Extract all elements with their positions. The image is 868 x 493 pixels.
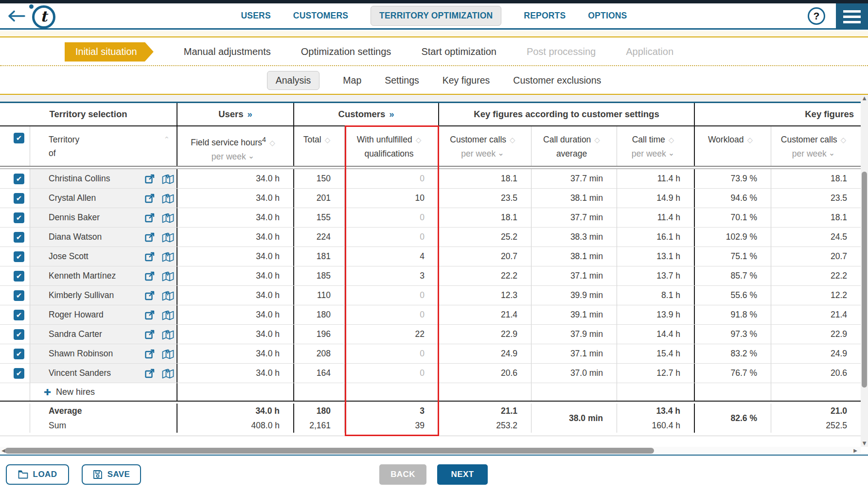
show-on-map-icon[interactable] [162,232,174,243]
show-on-map-icon[interactable] [162,290,174,301]
step-manual-adjustments[interactable]: Manual adjustments [184,46,271,57]
open-territory-icon[interactable] [144,174,155,184]
sort-territory-icon[interactable]: ⌃ [163,133,170,146]
tab-customer-exclusions[interactable]: Customer exclusions [513,75,601,86]
col-field-service-hours: Field service hours4◇ per week⌄ [177,126,294,166]
scroll-up-icon[interactable]: ▲ [861,95,868,102]
vertical-scrollbar-thumb[interactable] [862,172,867,387]
open-territory-icon[interactable] [144,193,155,204]
sort-icon[interactable]: ◇ [747,136,753,144]
sort-icon[interactable]: ◇ [269,139,275,147]
horizontal-scrollbar-thumb[interactable] [5,448,654,454]
tab-key-figures[interactable]: Key figures [443,75,490,86]
nav-item-customers[interactable]: CUSTOMERS [293,11,348,21]
call-time-cell: 11.4 h [617,208,695,227]
sub-tabs: Analysis Map Settings Key figures Custom… [0,67,868,94]
territory-checkbox[interactable]: ✔ [14,310,24,320]
total-customers-cell: 208 [294,344,345,363]
help-icon[interactable]: ? [808,7,825,25]
show-on-map-icon[interactable] [162,271,174,282]
col-total: Total◇ [294,126,345,166]
nav-item-options[interactable]: OPTIONS [588,11,627,21]
open-territory-icon[interactable] [144,251,155,262]
step-initial-situation[interactable]: Initial situation [65,42,154,62]
open-territory-icon[interactable] [144,271,155,282]
territory-optimization-screen: t USERS CUSTOMERS TERRITORY OPTIMIZATION… [0,0,868,493]
vertical-scrollbar[interactable]: ▲ ▼ [861,95,868,447]
tab-analysis[interactable]: Analysis [267,71,320,90]
field-service-hours-cell: 34.0 h [177,228,294,246]
territory-checkbox[interactable]: ✔ [14,329,24,340]
sort-icon[interactable]: ◇ [594,136,600,144]
customer-calls-kf-cell: 22.9 [771,325,861,344]
folder-icon [18,470,28,479]
save-button[interactable]: SAVE [82,464,141,485]
select-all-checkbox[interactable]: ✔ [14,133,24,143]
load-button[interactable]: LOAD [6,464,69,485]
call-duration-cell: 37.7 min [531,169,617,188]
group-territory-selection: Territory selection [0,103,177,125]
customer-calls-cell: 22.9 [439,325,531,344]
field-service-hours-cell: 34.0 h [177,344,294,363]
sort-icon[interactable]: ◇ [669,136,674,144]
horizontal-scrollbar[interactable]: ◀ ▶ [0,447,861,455]
dropdown-icon: ⌄ [497,148,504,158]
table-body: ✔ Christina Collins 34.0 h 150 0 18.1 37… [0,169,861,383]
show-on-map-icon[interactable] [162,310,174,320]
add-new-hires-button[interactable]: ✚ New hires [30,383,177,401]
sort-icon[interactable]: ◇ [510,136,515,144]
open-territory-icon[interactable] [144,310,155,320]
total-customers-cell: 201 [294,189,345,208]
territory-checkbox[interactable]: ✔ [14,290,24,301]
show-on-map-icon[interactable] [162,349,174,359]
open-territory-icon[interactable] [144,232,155,243]
unfulfilled-qualifications-cell: 0 [345,208,439,227]
workload-cell: 75.1 % [695,247,771,266]
summary-workload: 82.6 % [695,404,771,433]
territory-checkbox[interactable]: ✔ [14,212,24,223]
territory-checkbox[interactable]: ✔ [14,174,24,184]
nav-item-reports[interactable]: REPORTS [524,11,566,21]
nav-item-users[interactable]: USERS [241,11,271,21]
total-customers-cell: 196 [294,325,345,344]
scroll-down-icon[interactable]: ▼ [861,440,868,447]
call-duration-cell: 37.1 min [531,266,617,285]
step-optimization-settings[interactable]: Optimization settings [301,46,391,57]
tab-map[interactable]: Map [343,75,361,86]
next-button[interactable]: NEXT [437,464,488,485]
territory-name: Crystal Allen [49,193,138,203]
users-expand-icon[interactable]: » [248,109,252,120]
show-on-map-icon[interactable] [162,251,174,262]
open-territory-icon[interactable] [144,212,155,223]
sort-icon[interactable]: ◇ [841,136,847,144]
show-on-map-icon[interactable] [162,212,174,223]
sort-icon[interactable]: ◇ [325,136,331,144]
show-on-map-icon[interactable] [162,193,174,204]
territory-name: Jose Scott [49,251,138,262]
nav-item-territory-optimization[interactable]: TERRITORY OPTIMIZATION [371,6,501,26]
show-on-map-icon[interactable] [162,174,174,184]
territory-checkbox[interactable]: ✔ [14,193,24,204]
show-on-map-icon[interactable] [162,329,174,340]
territory-checkbox[interactable]: ✔ [14,271,24,282]
territory-checkbox[interactable]: ✔ [14,368,24,379]
open-territory-icon[interactable] [144,329,155,340]
customers-expand-icon[interactable]: » [389,109,394,120]
open-territory-icon[interactable] [144,349,155,359]
sort-icon[interactable]: ◇ [416,136,422,144]
tab-settings[interactable]: Settings [385,75,419,86]
territory-checkbox[interactable]: ✔ [14,349,24,359]
scroll-right-icon[interactable]: ▶ [852,447,859,455]
territory-checkbox[interactable]: ✔ [14,232,24,243]
customer-calls-kf-cell: 20.6 [771,364,861,383]
territory-name: Vincent Sanders [49,368,138,378]
show-on-map-icon[interactable] [162,368,174,379]
territory-checkbox[interactable]: ✔ [14,251,24,262]
open-territory-icon[interactable] [144,368,155,379]
step-start-optimization[interactable]: Start optimization [421,46,496,57]
hamburger-menu-icon[interactable] [836,3,868,30]
open-territory-icon[interactable] [144,290,155,301]
new-hires-label: New hires [56,387,95,397]
call-time-cell: 13.7 h [617,266,695,285]
dropdown-icon: ⌄ [248,151,254,160]
